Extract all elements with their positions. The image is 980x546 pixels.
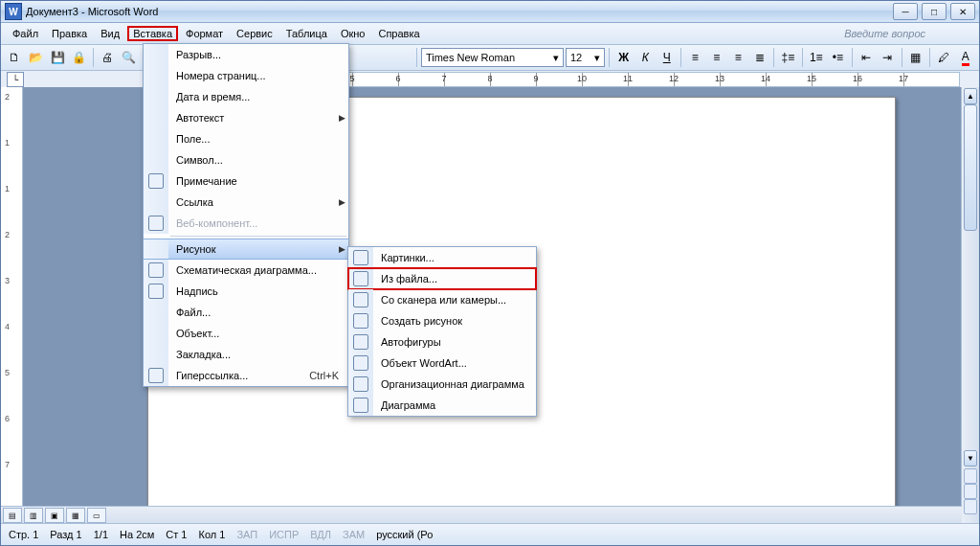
line-spacing-icon[interactable]: ‡≡ xyxy=(778,47,798,68)
print-preview-icon[interactable]: 🔍 xyxy=(120,47,140,68)
insert-menu-item-5[interactable]: Символ... xyxy=(144,149,348,171)
picture-submenu-label-3: Создать рисунок xyxy=(373,315,536,327)
font-family-value: Times New Roman xyxy=(426,52,515,63)
horizontal-scrollbar[interactable]: ▤ ▥ ▣ ▦ ▭ xyxy=(1,506,962,524)
menu-table[interactable]: Таблица xyxy=(280,26,333,41)
align-left-icon[interactable]: ≡ xyxy=(685,47,705,68)
insert-menu-item-4[interactable]: Поле... xyxy=(144,128,348,149)
menu-help[interactable]: Справка xyxy=(372,26,425,41)
wordart-icon xyxy=(353,355,368,371)
submenu-arrow-icon: ▶ xyxy=(335,197,348,207)
scroll-thumb[interactable] xyxy=(964,104,977,231)
save-icon[interactable]: 💾 xyxy=(48,47,68,68)
new-doc-icon[interactable]: 🗋 xyxy=(5,47,25,68)
font-size-selector[interactable]: 12▾ xyxy=(566,48,606,67)
web-view-button[interactable]: ▥ xyxy=(24,508,43,523)
print-icon[interactable]: 🖨 xyxy=(98,47,118,68)
maximize-button[interactable]: □ xyxy=(922,3,947,20)
menu-view[interactable]: Вид xyxy=(95,26,125,41)
menu-edit[interactable]: Правка xyxy=(46,26,93,41)
insert-menu-label-11: Схематическая диаграмма... xyxy=(168,264,348,276)
minimize-button[interactable]: ─ xyxy=(893,3,918,20)
align-justify-icon[interactable]: ≣ xyxy=(750,47,770,68)
insert-menu-item-10[interactable]: Рисунок▶ xyxy=(144,239,348,260)
reading-view-button[interactable]: ▭ xyxy=(87,508,106,523)
prev-page-button[interactable] xyxy=(964,468,977,484)
insert-menu-item-0[interactable]: Разрыв... xyxy=(144,44,348,65)
vertical-ruler[interactable]: 2112345678 xyxy=(1,87,23,524)
insert-menu-label-3: Автотекст xyxy=(168,112,335,124)
insert-menu-item-13[interactable]: Файл... xyxy=(144,302,348,323)
numbered-list-icon[interactable]: 1≡ xyxy=(807,47,827,68)
menu-file[interactable]: Файл xyxy=(7,26,44,41)
insert-menu-label-5: Символ... xyxy=(168,154,348,166)
font-family-selector[interactable]: Times New Roman▾ xyxy=(421,48,564,67)
picture-submenu-label-7: Диаграмма xyxy=(373,399,536,411)
insert-menu-item-15[interactable]: Закладка... xyxy=(144,344,348,365)
picture-submenu-item-1[interactable]: Из файла... xyxy=(348,268,536,289)
next-page-button[interactable] xyxy=(964,499,977,514)
decrease-indent-icon[interactable]: ⇤ xyxy=(857,47,877,68)
picture-submenu-item-0[interactable]: Картинки... xyxy=(348,247,536,268)
insert-menu-item-7[interactable]: Ссылка▶ xyxy=(144,192,348,213)
menu-format[interactable]: Формат xyxy=(180,26,229,41)
status-page: Стр. 1 xyxy=(9,529,38,540)
picture-submenu-item-3[interactable]: Создать рисунок xyxy=(348,310,536,331)
status-trk: ИСПР xyxy=(269,529,299,540)
tab-selector[interactable]: └ xyxy=(7,72,24,87)
close-button[interactable]: ✕ xyxy=(950,3,975,20)
scanner-icon xyxy=(353,292,368,307)
insert-menu-item-6[interactable]: Примечание xyxy=(144,171,348,192)
insert-menu-item-14[interactable]: Объект... xyxy=(144,323,348,344)
title-bar: W Документ3 - Microsoft Word ─ □ ✕ xyxy=(1,1,979,23)
clipart-icon xyxy=(353,250,368,265)
permissions-icon[interactable]: 🔒 xyxy=(70,47,90,68)
menu-tools[interactable]: Сервис xyxy=(231,26,278,41)
picture-submenu-item-7[interactable]: Диаграмма xyxy=(348,395,536,416)
picture-submenu-item-2[interactable]: Со сканера или камеры... xyxy=(348,289,536,310)
browse-object-button[interactable] xyxy=(964,484,977,499)
picture-submenu-item-5[interactable]: Объект WordArt... xyxy=(348,353,536,374)
scroll-up-arrow[interactable]: ▲ xyxy=(964,88,977,104)
insert-menu-label-10: Рисунок xyxy=(168,243,335,255)
picture-submenu-label-2: Со сканера или камеры... xyxy=(373,294,536,306)
font-size-value: 12 xyxy=(570,52,582,63)
vertical-scrollbar[interactable]: ▲ ▼ xyxy=(961,87,979,524)
normal-view-button[interactable]: ▤ xyxy=(3,508,22,523)
increase-indent-icon[interactable]: ⇥ xyxy=(878,47,898,68)
status-pages: 1/1 xyxy=(94,529,108,540)
italic-icon[interactable]: К xyxy=(635,47,656,68)
open-icon[interactable]: 📂 xyxy=(27,47,47,68)
status-bar: Стр. 1 Разд 1 1/1 На 2см Ст 1 Кол 1 ЗАП … xyxy=(1,523,979,545)
menu-insert[interactable]: Вставка xyxy=(127,26,178,41)
insert-menu-item-11[interactable]: Схематическая диаграмма... xyxy=(144,260,348,281)
outline-view-button[interactable]: ▦ xyxy=(66,508,85,523)
insert-menu-label-7: Ссылка xyxy=(168,196,335,208)
bullet-list-icon[interactable]: •≡ xyxy=(828,47,848,68)
scroll-down-arrow[interactable]: ▼ xyxy=(964,450,977,466)
status-line: Ст 1 xyxy=(166,529,187,540)
font-color-icon[interactable]: A xyxy=(956,47,976,68)
underline-icon[interactable]: Ч xyxy=(657,47,677,68)
menu-window[interactable]: Окно xyxy=(335,26,371,41)
chart-icon xyxy=(353,398,368,413)
picture-submenu-item-6[interactable]: Организационная диаграмма xyxy=(348,374,536,395)
insert-menu-item-1[interactable]: Номера страниц... xyxy=(144,65,348,86)
borders-icon[interactable]: ▦ xyxy=(906,47,926,68)
insert-menu-item-12[interactable]: Надпись xyxy=(144,281,348,302)
bold-icon[interactable]: Ж xyxy=(613,47,634,68)
insert-menu-item-16[interactable]: Гиперссылка...Ctrl+K xyxy=(144,365,348,386)
autoshapes-icon xyxy=(353,334,368,350)
align-center-icon[interactable]: ≡ xyxy=(706,47,726,68)
highlight-color-icon[interactable]: 🖊 xyxy=(934,47,954,68)
menu-bar: Файл Правка Вид Вставка Формат Сервис Та… xyxy=(1,23,979,45)
insert-menu-item-8[interactable]: Веб-компонент... xyxy=(144,213,348,234)
insert-menu-item-3[interactable]: Автотекст▶ xyxy=(144,107,348,128)
print-layout-view-button[interactable]: ▣ xyxy=(45,508,64,523)
align-right-icon[interactable]: ≡ xyxy=(728,47,748,68)
picture-submenu-item-4[interactable]: Автофигуры xyxy=(348,331,536,353)
insert-menu-item-2[interactable]: Дата и время... xyxy=(144,86,348,107)
ask-a-question-box[interactable]: Введите вопрос xyxy=(844,28,973,39)
link-icon xyxy=(148,368,164,383)
insert-menu-label-0: Разрыв... xyxy=(168,49,348,60)
